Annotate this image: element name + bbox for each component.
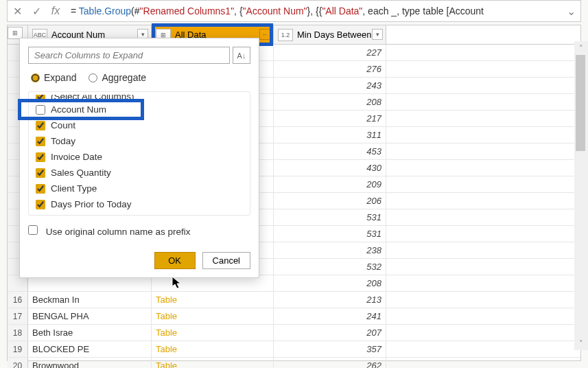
cell-min-days[interactable]: 532 xyxy=(274,259,386,275)
cell-min-days[interactable]: 262 xyxy=(274,358,386,368)
checklist-checkbox[interactable] xyxy=(36,168,45,178)
prefix-checkbox[interactable]: Use original column name as prefix xyxy=(28,225,191,237)
checklist-label: Account Num xyxy=(51,104,106,115)
column-label: Min Days Between xyxy=(297,30,371,40)
checklist-item[interactable]: Days Prior to Today xyxy=(29,196,250,212)
cell-min-days[interactable]: 531 xyxy=(274,209,386,225)
expand-formula-icon[interactable]: ⌄ xyxy=(561,5,580,18)
vertical-scrollbar[interactable]: ˄ ˅ xyxy=(574,41,588,350)
cell-all-data[interactable]: Table xyxy=(152,292,274,308)
checklist-label: Sales Quantity xyxy=(51,168,111,178)
column-header-min-days[interactable]: 1.2 Min Days Between ▾ xyxy=(274,25,386,44)
cell-account-num[interactable]: Beckman In xyxy=(28,292,152,308)
commit-formula-icon[interactable]: ✓ xyxy=(27,1,46,21)
checklist-select-all[interactable]: (Select All Columns) xyxy=(29,95,250,102)
checklist-checkbox[interactable] xyxy=(36,184,45,194)
checklist-item[interactable]: Client Type xyxy=(29,181,250,196)
row-index: 16 xyxy=(8,292,28,308)
cell-min-days[interactable]: 207 xyxy=(274,325,386,341)
cancel-button[interactable]: Cancel xyxy=(202,252,250,269)
cell-min-days[interactable]: 227 xyxy=(274,45,386,60)
sort-az-button[interactable]: A↓ xyxy=(233,47,250,64)
filter-dropdown-icon[interactable]: ▾ xyxy=(372,29,383,40)
radio-aggregate[interactable]: Aggregate xyxy=(89,72,146,83)
expand-dropdown-icon[interactable]: ↔ xyxy=(259,29,270,40)
cell-all-data[interactable]: Table xyxy=(152,308,274,324)
checklist-checkbox[interactable] xyxy=(36,152,45,162)
cell-min-days[interactable]: 357 xyxy=(274,341,386,357)
checklist-item[interactable]: Today xyxy=(29,133,250,149)
checklist-label: Today xyxy=(51,136,75,146)
checklist-checkbox[interactable] xyxy=(36,105,45,115)
checklist-label: Client Type xyxy=(51,183,97,194)
cell-min-days[interactable]: 208 xyxy=(274,275,386,291)
type-decimal-icon: 1.2 xyxy=(278,29,293,41)
row-index: 19 xyxy=(8,341,28,357)
cell-account-num[interactable]: Brownwood xyxy=(28,358,152,368)
checklist-checkbox[interactable] xyxy=(36,200,45,209)
table-row[interactable]: 16Beckman InTable213 xyxy=(8,292,580,308)
radio-expand[interactable]: Expand xyxy=(31,72,76,83)
checklist-item[interactable]: Invoice Date xyxy=(29,149,250,165)
scroll-thumb[interactable] xyxy=(576,55,585,151)
table-row[interactable]: 18Beth IsraeTable207 xyxy=(8,325,580,341)
checklist-label: Days Prior to Today xyxy=(51,199,132,209)
checklist-item[interactable]: Count xyxy=(29,117,250,133)
scroll-track[interactable] xyxy=(574,55,588,336)
row-index: 18 xyxy=(8,325,28,341)
cell-min-days[interactable]: 238 xyxy=(274,242,386,258)
scroll-up-icon[interactable]: ˄ xyxy=(574,41,588,55)
row-index: 20 xyxy=(8,358,28,368)
table-row[interactable]: 20BrownwoodTable262 xyxy=(8,358,580,368)
expand-columns-popup: A↓ Expand Aggregate (Select All Columns)… xyxy=(19,38,259,278)
cell-account-num[interactable]: BENGAL PHA xyxy=(28,308,152,324)
cell-min-days[interactable]: 243 xyxy=(274,78,386,93)
cell-min-days[interactable]: 208 xyxy=(274,94,386,110)
checklist-checkbox[interactable] xyxy=(36,137,45,146)
row-index: 17 xyxy=(8,308,28,324)
column-checklist: (Select All Columns) Account NumCountTod… xyxy=(28,91,250,216)
cell-all-data[interactable]: Table xyxy=(152,325,274,341)
scroll-down-icon[interactable]: ˅ xyxy=(574,336,588,350)
cell-min-days[interactable]: 276 xyxy=(274,61,386,77)
checklist-label: Invoice Date xyxy=(51,152,102,162)
cell-all-data[interactable]: Table xyxy=(152,341,274,357)
table-row[interactable]: 19BLOCKED PETable357 xyxy=(8,341,580,358)
cell-min-days[interactable]: 217 xyxy=(274,111,386,126)
checklist-checkbox[interactable] xyxy=(36,121,45,130)
cell-min-days[interactable]: 209 xyxy=(274,176,386,192)
checklist-label: Count xyxy=(51,120,75,130)
cell-min-days[interactable]: 213 xyxy=(274,292,386,308)
cell-account-num[interactable]: Beth Israe xyxy=(28,325,152,341)
table-row[interactable]: 17BENGAL PHATable241 xyxy=(8,308,580,325)
mouse-cursor-icon xyxy=(172,276,183,290)
cell-all-data[interactable]: Table xyxy=(152,358,274,368)
cell-account-num[interactable]: BLOCKED PE xyxy=(28,341,152,357)
cell-min-days[interactable]: 531 xyxy=(274,226,386,242)
search-input[interactable] xyxy=(28,47,230,64)
fx-icon[interactable]: fx xyxy=(46,1,65,21)
cell-min-days[interactable]: 241 xyxy=(274,308,386,324)
cell-min-days[interactable]: 206 xyxy=(274,193,386,209)
checklist-item[interactable]: Sales Quantity xyxy=(29,165,250,181)
cell-min-days[interactable]: 311 xyxy=(274,127,386,143)
cell-min-days[interactable]: 430 xyxy=(274,160,386,176)
ok-button[interactable]: OK xyxy=(154,252,196,269)
cancel-formula-icon[interactable]: ✕ xyxy=(8,1,27,21)
cell-min-days[interactable]: 453 xyxy=(274,143,386,159)
checklist-item[interactable]: Account Num xyxy=(29,102,250,117)
formula-input[interactable]: = Table.Group(#"Renamed Columns1", {"Acc… xyxy=(65,5,561,16)
formula-bar: ✕ ✓ fx = Table.Group(#"Renamed Columns1"… xyxy=(7,0,581,22)
